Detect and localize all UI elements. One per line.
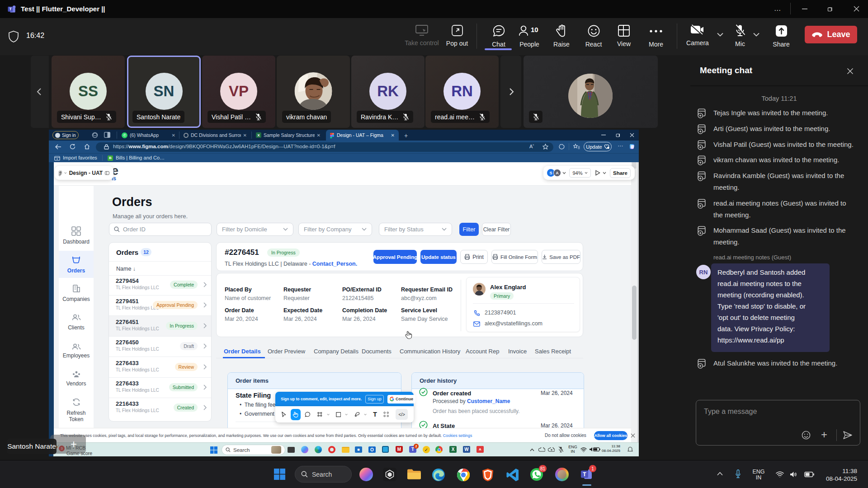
svg-text:T: T: [583, 471, 586, 478]
svg-text:T: T: [9, 7, 12, 11]
